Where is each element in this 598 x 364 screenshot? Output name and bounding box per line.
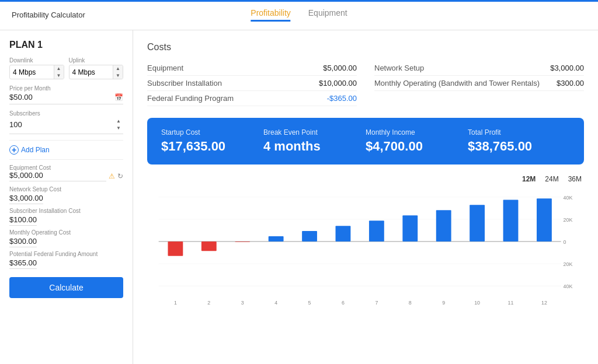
break-even-value: 4 months — [263, 139, 366, 154]
cost-row-federal-funding: Federal Funding Program -$365.00 — [147, 91, 357, 106]
subscribers-input[interactable]: 100 — [9, 120, 114, 129]
add-plan-button[interactable]: + Add Plan — [9, 145, 50, 155]
equipment-cost-row-value: $5,000.00 — [323, 64, 357, 72]
downlink-up-arrow[interactable]: ▲ — [54, 65, 64, 72]
price-calendar-icon[interactable]: 📅 — [114, 93, 123, 102]
warning-icon: ⚠ — [109, 172, 115, 180]
equipment-cost-value-row: $5,000.00 ⚠ ↻ — [9, 171, 123, 181]
summary-monthly-income: Monthly Income $4,700.00 — [366, 128, 468, 154]
header-tabs: Profitability Equipment — [251, 8, 347, 22]
equipment-cost-row-label: Equipment — [147, 64, 183, 72]
subscribers-spinners: ▲ ▼ — [114, 118, 123, 131]
uplink-up-arrow[interactable]: ▲ — [113, 65, 123, 72]
link-fields: Downlink 4 Mbps ▲ ▼ Uplink 4 Mbps ▲ ▼ — [9, 57, 123, 79]
period-36m-button[interactable]: 36M — [566, 174, 584, 184]
svg-text:7: 7 — [375, 300, 378, 306]
tab-profitability[interactable]: Profitability — [251, 8, 290, 22]
svg-rect-14 — [235, 242, 250, 242]
svg-text:5: 5 — [308, 300, 311, 306]
costs-grid: Equipment $5,000.00 Subscriber Installat… — [147, 61, 584, 106]
app-title: Profitability Calculator — [12, 10, 85, 19]
svg-rect-28 — [470, 205, 485, 242]
cost-row-equipment: Equipment $5,000.00 — [147, 61, 357, 76]
svg-rect-24 — [402, 215, 418, 242]
svg-text:11: 11 — [508, 300, 514, 306]
svg-rect-30 — [503, 200, 519, 242]
svg-text:0: 0 — [564, 239, 566, 245]
uplink-input[interactable]: 4 Mbps — [69, 66, 113, 78]
svg-text:40K: 40K — [564, 195, 573, 201]
startup-cost-value: $17,635.00 — [161, 139, 263, 154]
equipment-cost-edit-icon[interactable]: ↻ — [117, 172, 123, 180]
costs-right-column: Network Setup $3,000.00 Monthly Operatin… — [374, 61, 584, 106]
summary-banner: Startup Cost $17,635.00 Break Even Point… — [147, 118, 584, 164]
startup-cost-label: Startup Cost — [161, 128, 263, 136]
add-plan-icon: + — [9, 145, 19, 155]
downlink-input-wrapper: 4 Mbps ▲ ▼ — [9, 65, 64, 79]
cost-row-network-setup: Network Setup $3,000.00 — [374, 61, 584, 76]
bar-chart: 40K20K020K40K123456789101112 — [147, 189, 584, 306]
svg-text:1: 1 — [174, 300, 177, 306]
main-layout: PLAN 1 Downlink 4 Mbps ▲ ▼ Uplink 4 Mbps — [0, 30, 598, 364]
svg-text:20K: 20K — [564, 217, 573, 223]
uplink-spinners: ▲ ▼ — [113, 65, 123, 79]
network-setup-cost-row-value: $3,000.00 — [550, 64, 584, 72]
subscriber-install-cost-row-value: $10,000.00 — [319, 79, 357, 88]
total-profit-label: Total Profit — [468, 128, 570, 136]
costs-section-title: Costs — [147, 42, 584, 52]
equipment-cost-value: $5,000.00 — [9, 171, 106, 181]
downlink-input[interactable]: 4 Mbps — [10, 66, 54, 78]
svg-rect-16 — [269, 236, 284, 242]
sidebar: PLAN 1 Downlink 4 Mbps ▲ ▼ Uplink 4 Mbps — [0, 30, 133, 364]
price-per-month-input[interactable]: $50.00 — [9, 93, 114, 102]
svg-text:6: 6 — [342, 300, 345, 306]
subscribers-input-row: 100 ▲ ▼ — [9, 118, 123, 134]
svg-text:20K: 20K — [564, 261, 573, 267]
downlink-group: Downlink 4 Mbps ▲ ▼ — [9, 57, 64, 79]
header-progress-bar — [0, 0, 598, 2]
svg-text:40K: 40K — [564, 284, 573, 289]
uplink-group: Uplink 4 Mbps ▲ ▼ — [69, 57, 124, 79]
summary-break-even: Break Even Point 4 months — [263, 128, 366, 154]
federal-funding-value: $365.00 — [9, 258, 37, 269]
network-setup-cost-row-label: Network Setup — [374, 64, 424, 72]
svg-text:4: 4 — [274, 300, 277, 306]
tab-equipment[interactable]: Equipment — [308, 8, 347, 22]
svg-text:2: 2 — [207, 300, 210, 306]
monthly-income-label: Monthly Income — [366, 128, 468, 136]
costs-left-column: Equipment $5,000.00 Subscriber Installat… — [147, 61, 357, 106]
calculate-button[interactable]: Calculate — [9, 277, 123, 298]
monthly-operating-cost-label: Monthly Operating Cost — [9, 229, 123, 236]
subscriber-installation-cost-value: $100.00 — [9, 215, 37, 226]
price-per-month-group: Price per Month $50.00 📅 — [9, 85, 123, 104]
svg-text:12: 12 — [541, 300, 547, 306]
subscribers-group: Subscribers 100 ▲ ▼ — [9, 110, 123, 134]
downlink-label: Downlink — [9, 57, 64, 64]
federal-funding-cost-row-value: -$365.00 — [327, 94, 357, 103]
uplink-label: Uplink — [69, 57, 124, 64]
divider-1 — [9, 140, 123, 141]
monthly-operating-cost-value: $300.00 — [9, 237, 37, 247]
plan-title: PLAN 1 — [9, 40, 123, 50]
subscribers-down-arrow[interactable]: ▼ — [114, 125, 123, 132]
monthly-operating-cost-row-label: Monthly Operating (Bandwith and Tower Re… — [374, 79, 540, 88]
period-24m-button[interactable]: 24M — [543, 174, 561, 184]
monthly-operating-cost-field: Monthly Operating Cost $300.00 — [9, 229, 123, 246]
svg-rect-10 — [168, 242, 183, 256]
subscriber-installation-cost-field: Subscriber Installation Cost $100.00 — [9, 208, 123, 225]
equipment-cost-label: Equipment Cost — [9, 164, 123, 171]
cost-row-subscriber-install: Subscriber Installation $10,000.00 — [147, 76, 357, 91]
monthly-operating-cost-row-value: $300.00 — [557, 79, 584, 88]
federal-funding-label: Potential Federal Funding Amount — [9, 251, 123, 257]
monthly-income-value: $4,700.00 — [366, 139, 468, 154]
period-12m-button[interactable]: 12M — [520, 174, 538, 184]
chart-controls: 12M 24M 36M — [147, 174, 584, 184]
federal-funding-cost-row-label: Federal Funding Program — [147, 94, 234, 103]
svg-text:10: 10 — [474, 300, 480, 306]
subscribers-label: Subscribers — [9, 110, 123, 117]
subscribers-up-arrow[interactable]: ▲ — [114, 118, 123, 125]
downlink-down-arrow[interactable]: ▼ — [54, 72, 64, 79]
uplink-input-wrapper: 4 Mbps ▲ ▼ — [69, 65, 124, 79]
uplink-down-arrow[interactable]: ▼ — [113, 72, 123, 79]
network-setup-cost-value: $3,000.00 — [9, 194, 43, 204]
